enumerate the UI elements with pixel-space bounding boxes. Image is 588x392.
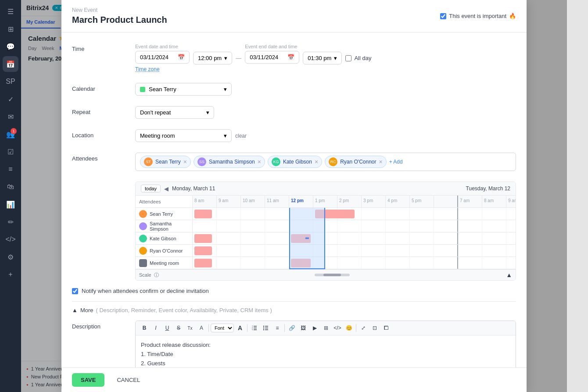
chevron-start-time: ▾ [224,55,227,61]
store-icon[interactable]: 🛍 [3,179,18,195]
resize-handle[interactable]: ⬌ [305,235,309,241]
italic-button[interactable]: I [151,323,161,333]
attendee-avatar-2: KG [272,157,280,166]
schedule-name-row-3: Ryan O'Connor [136,245,192,257]
hour-11am: 11 am [265,196,289,207]
attendee-name-3: Ryan O'Connor [340,159,376,165]
event-title-input[interactable] [72,15,440,25]
cancel-button[interactable]: CANCEL [110,373,147,387]
tasks-icon[interactable]: ✓ [3,91,18,107]
list-icon[interactable]: ≡ [3,161,18,177]
today-button[interactable]: today [141,185,161,192]
align-button[interactable]: ≡ [272,323,283,333]
code-icon[interactable]: </> [3,232,18,247]
ordered-list-button[interactable]: 123 [249,323,260,333]
prev-arrow[interactable]: ◀ [164,185,169,192]
chevron-repeat: ▾ [206,109,209,116]
font-color-button[interactable]: A [196,323,207,333]
start-date-input[interactable] [140,54,175,61]
clear-format-button[interactable]: Tx [185,323,195,333]
remove-attendee-1[interactable]: × [258,159,261,165]
clear-location-button[interactable]: clear [235,133,247,139]
time-controls: Event date and time 📅 12:00 pm ▾ — [135,43,516,72]
important-checkbox[interactable] [440,13,446,19]
menu-icon[interactable]: ☰ [3,4,18,19]
schedule-collapse-button[interactable]: ▲ [506,271,512,278]
font-size-button[interactable]: A [235,323,245,333]
description-line-2: 2. Guests [141,359,510,367]
remove-attendee-2[interactable]: × [315,159,318,165]
end-date-input[interactable] [250,54,285,61]
timezone-link[interactable]: Time zone [135,66,160,72]
start-time-select[interactable]: 12:00 pm ▾ [193,52,232,64]
end-date-label: Event end date and time [245,44,299,49]
underline-button[interactable]: U [162,323,172,333]
chevron-more-icon: ▲ [72,307,78,314]
chat-icon[interactable]: 💬 [3,39,18,54]
calendar-select[interactable]: Sean Terry ▾ [135,83,232,96]
save-button[interactable]: SAVE [72,373,104,387]
settings-icon[interactable]: ⚙ [3,249,18,265]
schedule-name-row-4: Meeting room [136,257,192,269]
modal-overlay: New Event This event is important 🔥 Time… [21,0,567,392]
toolbar-divider-1 [208,324,209,332]
font-family-select[interactable]: Font [211,324,234,332]
more-toggle[interactable]: ▲ More ( Description, Reminder, Event co… [72,307,516,314]
chevron-location: ▾ [224,132,227,139]
day-divider [434,196,458,207]
fullscreen-button[interactable]: ⤢ [358,323,369,333]
bold-button[interactable]: B [139,323,150,333]
attendees-label: Attendees [72,153,125,162]
selected-time-block[interactable]: ⬌ [289,208,325,269]
home-icon[interactable]: ⊞ [3,21,18,37]
important-section: This event is important 🔥 [440,13,516,19]
extra-button[interactable]: ⧠ [381,323,391,333]
add-attendee-button[interactable]: + Add [389,159,403,165]
calendar-icon[interactable]: 📅 [3,56,18,72]
hour-5pm: 5 pm [410,196,434,207]
scale-row: Scale ⓘ ▲ [136,269,516,280]
code-button[interactable]: </> [332,323,343,333]
time-dash: — [236,55,241,61]
notify-checkbox[interactable] [72,288,78,294]
strikethrough-button[interactable]: S [173,323,184,333]
attendees-box: ST Sean Terry × SS Samantha Simpson × KG… [135,153,516,171]
scale-thumb [323,274,341,276]
mail-icon[interactable]: ✉ [3,109,18,125]
source-button[interactable]: ⊡ [369,323,380,333]
location-label: Location [72,129,125,139]
location-control: Meeting room ▾ clear [135,129,516,142]
edit-icon[interactable]: ✏ [3,214,18,230]
graph-icon[interactable]: 📊 [3,196,18,212]
allday-checkbox[interactable] [345,55,351,61]
timeline-row-0 [193,208,516,220]
scale-label: Scale [139,272,151,278]
checklist-icon[interactable]: ☑ [3,144,18,160]
link-button[interactable]: 🔗 [287,323,297,333]
schedule-body: Attendees Sean Terry Samantha Simpson [136,196,516,269]
scale-scrollbar[interactable] [315,274,350,276]
notify-row: Notify when attendees confirm or decline… [72,288,516,294]
label-icon[interactable]: SP [3,74,18,89]
notifications-icon[interactable]: 👥 [3,126,18,142]
end-time-select[interactable]: 01:30 pm ▾ [303,52,342,64]
location-select[interactable]: Meeting room ▾ [135,129,232,142]
schedule-timeline[interactable]: 8 am 9 am 10 am 11 am 12 pm 1 pm 2 pm 3 … [193,196,516,269]
editor-toolbar: B I U S Tx A Font A 123 [136,321,516,335]
remove-attendee-3[interactable]: × [379,159,383,165]
timeline-row-2 [193,232,516,245]
video-button[interactable]: ▶ [309,323,320,333]
unordered-list-button[interactable] [261,323,271,333]
emoji-button[interactable]: 😊 [344,323,354,333]
remove-attendee-0[interactable]: × [183,159,187,165]
table-button[interactable]: ⊞ [321,323,331,333]
modal-header: New Event This event is important 🔥 [61,0,527,32]
attendee-avatar-1: SS [197,157,206,166]
plus-icon[interactable]: + [3,267,18,282]
attendee-chip-2: KG Kate Gibson × [268,156,322,168]
attendees-row: Attendees ST Sean Terry × SS Samantha Si… [72,153,516,171]
editor-content-area[interactable]: Product release discussion: 1. Time/Date… [136,335,516,367]
notify-label: Notify when attendees confirm or decline… [82,288,209,294]
repeat-select[interactable]: Don't repeat ▾ [135,106,214,119]
image-button[interactable]: 🖼 [298,323,308,333]
